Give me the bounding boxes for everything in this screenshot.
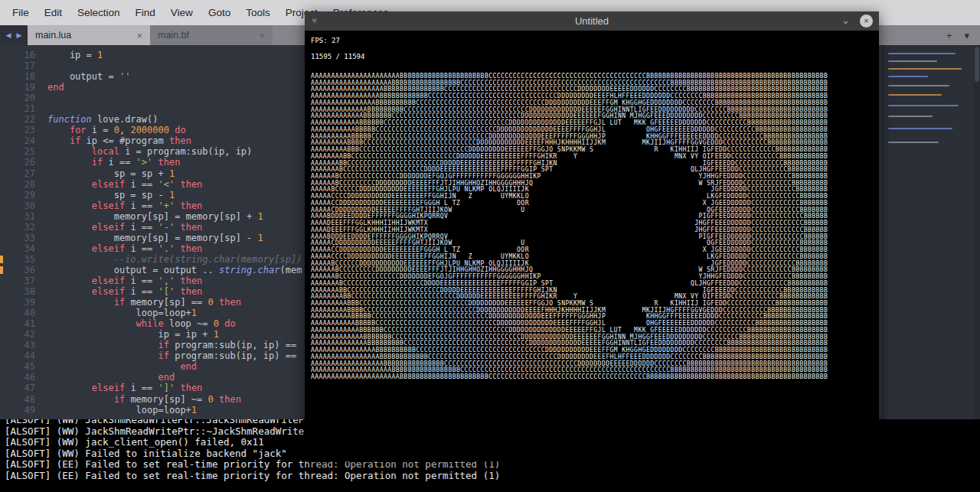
code-line-24[interactable]: 24 if ip <= #program then: [0, 135, 302, 146]
tab-label: main.bf: [158, 30, 189, 41]
minimap-line: [888, 60, 937, 62]
line-number: 24: [0, 135, 47, 146]
code-line-25[interactable]: 25 local i = program:sub(ip, ip): [0, 146, 302, 157]
line-number: 21: [0, 103, 47, 114]
code-line-17[interactable]: 17: [0, 60, 302, 71]
menu-goto[interactable]: Goto: [201, 0, 238, 25]
ascii-art-output: AAAAAAAAAAAAAAAAAAAAAABBBBBBBBBBBBBBBBBB…: [311, 73, 828, 381]
code-line-35[interactable]: 35 --io.write(string.char(memory[sp]): [0, 254, 302, 265]
code-line-39[interactable]: 39 if memory[sp] == 0 then: [0, 297, 302, 308]
minimap-line: [888, 142, 939, 143]
code-line-36[interactable]: 36 output = output .. string.char(mem: [0, 265, 302, 275]
code-line-27[interactable]: 27 sp = sp + 1: [0, 168, 302, 179]
line-number: 32: [0, 222, 47, 233]
line-number: 44: [0, 350, 47, 361]
line-number: 23: [0, 125, 47, 135]
fps-counter: FPS: 27: [311, 37, 340, 44]
minimap-line: [888, 105, 959, 106]
forward-icon[interactable]: ▶: [17, 31, 22, 39]
code-line-48[interactable]: 48 if memory[sp] ~= 0 then: [0, 394, 302, 405]
code-line-30[interactable]: 30 elseif i == '+' then: [0, 200, 302, 211]
menu-file[interactable]: File: [5, 0, 37, 25]
line-number: 16: [0, 50, 47, 60]
tab-main-lua[interactable]: main.lua ×: [28, 25, 150, 45]
code-line-19[interactable]: 19end: [0, 82, 302, 93]
chevron-down-icon[interactable]: ⌄: [841, 11, 850, 29]
code-line-37[interactable]: 37 elseif i == ',' then: [0, 275, 302, 286]
line-number: 47: [0, 383, 47, 393]
code-line-33[interactable]: 33 memory[sp] = memory[sp] - 1: [0, 233, 302, 243]
line-number: 22: [0, 114, 47, 125]
code-line-31[interactable]: 31 memory[sp] = memory[sp] + 1: [0, 211, 302, 222]
tab-main-bf[interactable]: main.bf ×: [150, 25, 273, 45]
code-line-22[interactable]: 22function love.draw(): [0, 114, 302, 125]
line-number: 49: [0, 405, 47, 415]
tab-strip-actions: + ▾: [946, 25, 980, 45]
code-line-26[interactable]: 26 if i == '>' then: [0, 157, 302, 168]
line-number: 19: [0, 82, 47, 93]
window-titlebar[interactable]: ♥ Untitled ⌄ ×: [305, 11, 879, 31]
code-line-42[interactable]: 42 ip = ip + 1: [0, 329, 302, 340]
minimap-line: [888, 128, 952, 129]
code-line-44[interactable]: 44 if program:sub(ip, ip) ==: [0, 350, 302, 361]
line-number: 25: [0, 146, 47, 157]
code-line-32[interactable]: 32 elseif i == '-' then: [0, 222, 302, 233]
menu-tools[interactable]: Tools: [238, 0, 278, 25]
code-line-43[interactable]: 43 if program:sub(ip, ip) ==: [0, 340, 302, 350]
scrollbar-track[interactable]: [974, 45, 980, 419]
line-number: 29: [0, 190, 47, 200]
new-tab-icon[interactable]: +: [946, 30, 952, 41]
code-line-23[interactable]: 23 for i = 0, 2000000 do: [0, 125, 302, 135]
line-number: 39: [0, 297, 47, 308]
code-line-16[interactable]: 16 ip = 1: [0, 50, 302, 60]
line-number: 42: [0, 329, 47, 340]
minimap-line: [888, 85, 949, 86]
menu-find[interactable]: Find: [128, 0, 163, 25]
code-line-20[interactable]: 20: [0, 93, 302, 103]
scrollbar-thumb[interactable]: [975, 47, 979, 82]
close-tab-icon[interactable]: ×: [259, 30, 265, 41]
code-line-38[interactable]: 38 elseif i == '[' then: [0, 286, 302, 297]
code-line-18[interactable]: 18 output = '': [0, 71, 302, 82]
code-line-49[interactable]: 49 loop=loop+1: [0, 405, 302, 415]
minimap-line: [888, 94, 942, 96]
menu-view[interactable]: View: [163, 0, 201, 25]
tab-list-icon[interactable]: ▾: [964, 30, 969, 41]
line-number: 27: [0, 168, 47, 179]
line-number: 20: [0, 93, 47, 103]
code-line-40[interactable]: 40 loop=loop+1: [0, 308, 302, 318]
line-number: 31: [0, 211, 47, 222]
code-line-47[interactable]: 47 elseif i == ']' then: [0, 383, 302, 393]
minimap-line: [888, 76, 928, 77]
nav-buttons: ◀ ▶: [0, 25, 28, 45]
line-number: 48: [0, 394, 47, 405]
close-tab-icon[interactable]: ×: [136, 30, 142, 41]
back-icon[interactable]: ◀: [6, 31, 11, 39]
line-number: 37: [0, 275, 47, 286]
menu-edit[interactable]: Edit: [37, 0, 70, 25]
love-window: ♥ Untitled ⌄ × FPS: 27 11595 / 11594 AAA…: [305, 11, 879, 461]
code-line-34[interactable]: 34 elseif i == '.' then: [0, 243, 302, 254]
line-number: 38: [0, 286, 47, 297]
line-number: 41: [0, 318, 47, 329]
minimap-line: [888, 53, 956, 54]
line-number: 28: [0, 179, 47, 190]
minimap-line: [888, 116, 933, 117]
code-area[interactable]: 16 ip = 11718 output = ''19end202122func…: [0, 50, 302, 415]
code-line-28[interactable]: 28 elseif i == '<' then: [0, 179, 302, 190]
code-line-45[interactable]: 45 end: [0, 361, 302, 372]
code-line-46[interactable]: 46 end: [0, 372, 302, 383]
code-line-21[interactable]: 21: [0, 103, 302, 114]
menu-selection[interactable]: Selection: [70, 0, 128, 25]
split-pane[interactable]: [882, 45, 980, 419]
code-line-29[interactable]: 29 sp = sp - 1: [0, 190, 302, 200]
close-icon[interactable]: ×: [860, 15, 873, 28]
line-number: 40: [0, 308, 47, 318]
code-line-41[interactable]: 41 while loop ~= 0 do: [0, 318, 302, 329]
line-number: 34: [0, 243, 47, 254]
game-canvas: FPS: 27 11595 / 11594 AAAAAAAAAAAAAAAAAA…: [305, 31, 879, 461]
progress-counter: 11595 / 11594: [311, 53, 364, 60]
line-number: 35: [0, 254, 47, 265]
heart-icon: ♥: [312, 11, 317, 31]
line-number: 26: [0, 157, 47, 168]
